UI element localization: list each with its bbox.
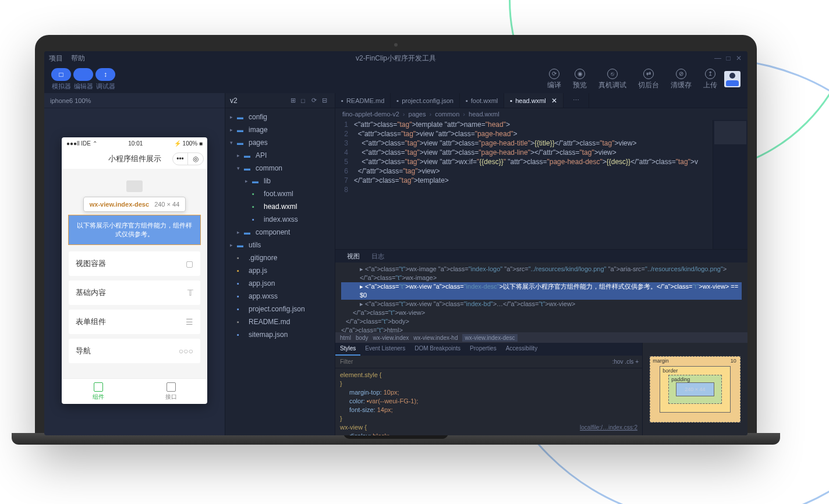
- rule-selector[interactable]: }: [340, 380, 342, 387]
- rule-selector[interactable]: }: [340, 415, 342, 422]
- breadcrumb-item[interactable]: common: [435, 111, 459, 118]
- tree-item-app.wxss[interactable]: ▪ app.wxss: [225, 290, 335, 303]
- list-item[interactable]: 导航 ○○○: [69, 339, 200, 363]
- code-lines[interactable]: <"attr">class="tag">template "attr">name…: [354, 120, 713, 249]
- tree-item-pages[interactable]: ▾ ▬ pages: [225, 136, 335, 149]
- dom-node[interactable]: </"a">class="t">html>: [341, 326, 742, 332]
- css-rules[interactable]: element.style {}</span><span class="sel"…: [335, 368, 642, 435]
- list-item[interactable]: 基础内容 𝕋: [69, 281, 200, 305]
- close-icon[interactable]: ✕: [551, 97, 557, 105]
- tree-item-index.wxss[interactable]: ▪ index.wxss: [225, 213, 335, 226]
- dom-crumb-item[interactable]: wx-view.index-hd: [413, 335, 458, 341]
- devtools-tab-view[interactable]: 视图: [341, 250, 366, 262]
- breadcrumb-item[interactable]: fino-applet-demo-v2: [342, 111, 399, 118]
- tree-file-icon: ▬: [237, 126, 246, 133]
- subtab-Accessibility[interactable]: Accessibility: [501, 343, 542, 356]
- editor-tab-head.wxml[interactable]: ▪ head.wxml ✕: [504, 93, 563, 108]
- editor-tab-project.config.json[interactable]: ▪ project.config.json: [391, 93, 460, 108]
- dom-node[interactable]: </"a">class="t">wx-view>: [341, 308, 742, 317]
- tree-item-head.wxml[interactable]: ▪ head.wxml: [225, 200, 335, 213]
- new-folder-icon[interactable]: □: [301, 97, 309, 104]
- mode-0[interactable]: □ 模拟器: [51, 68, 71, 91]
- capsule-button[interactable]: ••• ◎: [172, 152, 204, 165]
- list-item[interactable]: 表单组件 ☰: [69, 310, 200, 334]
- tree-item-sitemap.json[interactable]: ▪ sitemap.json: [225, 328, 335, 341]
- user-avatar[interactable]: [724, 71, 741, 87]
- mode-1[interactable]: 编辑器: [73, 68, 93, 91]
- phone-tab-接口[interactable]: 接口: [134, 379, 207, 404]
- tree-item-component[interactable]: ▸ ▬ component: [225, 226, 335, 239]
- tree-item-foot.wxml[interactable]: ▪ foot.wxml: [225, 187, 335, 200]
- css-property[interactable]: display: block;: [340, 432, 637, 435]
- minimap[interactable]: [713, 120, 747, 249]
- rule-source[interactable]: localfile:/…index.css:2: [580, 423, 637, 432]
- action-预览[interactable]: ◉ 预览: [573, 69, 587, 90]
- subtab-Properties[interactable]: Properties: [465, 343, 501, 356]
- breadcrumb-item[interactable]: pages: [409, 111, 426, 118]
- action-真机调试[interactable]: ⎋ 真机调试: [598, 69, 626, 90]
- list-item[interactable]: 视图容器 ▢: [69, 251, 200, 276]
- refresh-icon[interactable]: ⟳: [311, 97, 320, 104]
- editor-tab-foot.wxml[interactable]: ▪ foot.wxml: [460, 93, 504, 108]
- subtab-Styles[interactable]: Styles: [335, 343, 360, 356]
- tree-item-project.config.json[interactable]: ▪ project.config.json: [225, 303, 335, 315]
- subtab-Event Listeners[interactable]: Event Listeners: [360, 343, 410, 356]
- capsule-menu-icon[interactable]: •••: [173, 153, 188, 165]
- tree-item-image[interactable]: ▸ ▬ image: [225, 123, 335, 136]
- css-property[interactable]: color: ▪var(--weui-FG-1);: [340, 397, 637, 406]
- window-close[interactable]: ✕: [735, 54, 743, 62]
- menu-help[interactable]: 帮助: [71, 54, 85, 63]
- subtab-DOM Breakpoints[interactable]: DOM Breakpoints: [410, 343, 465, 356]
- dom-node[interactable]: ▸ <"a">class="t">wx-view "a">class="inde…: [341, 282, 742, 300]
- css-property[interactable]: font-size: 14px;: [340, 406, 637, 414]
- dom-crumb-item[interactable]: wx-view.index-desc: [462, 334, 517, 342]
- action-清缓存[interactable]: ⊘ 清缓存: [671, 69, 692, 90]
- styles-filter-input[interactable]: [335, 356, 609, 368]
- tree-item-config[interactable]: ▸ ▬ config: [225, 111, 335, 123]
- window-minimize[interactable]: —: [714, 54, 722, 62]
- breadcrumb-item[interactable]: head.wxml: [469, 111, 499, 118]
- devtools-tab-log[interactable]: 日志: [366, 250, 390, 262]
- css-property[interactable]: margin-top: 10px;: [340, 388, 637, 397]
- tab-label: 组件: [93, 393, 104, 401]
- tab-label: head.wxml: [515, 97, 546, 104]
- simulator-device-label[interactable]: iphone6 100%: [44, 93, 225, 108]
- highlighted-element[interactable]: 以下将展示小程序官方组件能力，组件样式仅供参考。: [69, 215, 200, 244]
- dom-node[interactable]: </"a">class="t">body>: [341, 317, 742, 326]
- mode-icon: [73, 68, 93, 81]
- styles-filter-controls[interactable]: :hov .cls +: [609, 356, 642, 368]
- phone-tab-组件[interactable]: 组件: [62, 379, 134, 404]
- rule-selector[interactable]: wx-view {: [340, 424, 367, 431]
- dom-crumb-item[interactable]: body: [356, 335, 369, 341]
- mode-2[interactable]: ↕ 调试器: [95, 68, 115, 91]
- tree-item-utils[interactable]: ▸ ▬ utils: [225, 239, 335, 251]
- rule-selector[interactable]: element.style {: [340, 371, 382, 378]
- dom-tree[interactable]: ▸ <"a">class="t">wx-image "a">class="ind…: [335, 262, 747, 332]
- dom-node[interactable]: ▸ <"a">class="t">wx-view "a">class="inde…: [341, 300, 742, 308]
- action-label: 预览: [573, 80, 587, 90]
- menu-project[interactable]: 项目: [49, 54, 63, 63]
- action-切后台[interactable]: ⇄ 切后台: [638, 69, 659, 90]
- tree-item-README.md[interactable]: ▪ README.md: [225, 315, 335, 328]
- minimap-viewport[interactable]: [714, 121, 746, 144]
- tree-item-common[interactable]: ▾ ▬ common: [225, 162, 335, 175]
- phone-nav-bar: 小程序组件展示 ••• ◎: [62, 149, 207, 169]
- tree-item-app.js[interactable]: ▪ app.js: [225, 264, 335, 277]
- editor-tab-README.md[interactable]: ▪ README.md: [335, 93, 391, 108]
- action-编译[interactable]: ⟳ 编译: [547, 69, 561, 90]
- collapse-icon[interactable]: ⊟: [322, 97, 330, 104]
- tree-item-.gitignore[interactable]: ▪ .gitignore: [225, 251, 335, 264]
- dom-crumb-item[interactable]: html: [340, 335, 351, 341]
- capsule-close-icon[interactable]: ◎: [188, 153, 203, 165]
- tab-overflow-button[interactable]: ⋯: [564, 93, 589, 108]
- tree-item-API[interactable]: ▸ ▬ API: [225, 149, 335, 162]
- dom-node[interactable]: ▸ <"a">class="t">wx-image "a">class="ind…: [341, 265, 742, 282]
- tree-arrow-icon: ▸: [230, 114, 237, 120]
- code-editor[interactable]: 12345678 <"attr">class="tag">template "a…: [335, 120, 747, 249]
- action-上传[interactable]: ↥ 上传: [703, 69, 717, 90]
- window-maximize[interactable]: □: [724, 54, 732, 62]
- new-file-icon[interactable]: ⊞: [290, 97, 299, 104]
- tree-item-app.json[interactable]: ▪ app.json: [225, 277, 335, 290]
- dom-crumb-item[interactable]: wx-view.index: [373, 335, 409, 341]
- tree-item-lib[interactable]: ▸ ▬ lib: [225, 175, 335, 187]
